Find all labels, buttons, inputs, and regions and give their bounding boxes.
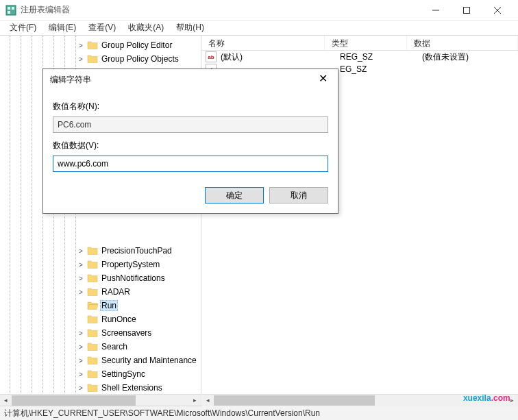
svg-rect-2 [12,7,14,10]
tree-item-label: Run [100,300,118,311]
folder-icon [87,328,98,338]
tree-item[interactable]: >Group Policy Editor [0,38,201,52]
chevron-icon[interactable]: > [77,288,85,296]
list-row[interactable]: ab(默认)REG_SZ(数值未设置) [201,51,518,63]
chevron-icon[interactable]: > [77,357,85,365]
col-name[interactable]: 名称 [201,36,325,50]
tree-item-label: PushNotifications [100,273,166,284]
menu-file[interactable]: 文件(F) [4,21,42,35]
tree-item-label: PropertySystem [100,259,161,270]
menu-help[interactable]: 帮助(H) [171,21,210,35]
folder-icon [87,53,98,64]
maximize-button[interactable] [451,1,482,20]
value-data-label: 数值数据(V): [53,140,328,151]
tree-item-label: Search [100,341,129,352]
col-data[interactable]: 数据 [407,36,518,50]
string-value-icon: ab [206,51,217,62]
list-hscroll[interactable]: ◂ ▸ [202,394,518,406]
dialog-close-button[interactable]: ✕ [314,71,331,88]
svg-rect-5 [463,7,469,13]
tree-item[interactable]: >Security and Maintenance [0,354,201,367]
col-type[interactable]: 类型 [325,36,407,50]
cancel-button[interactable]: 取消 [269,187,328,203]
folder-icon [87,314,98,325]
folder-icon [87,259,98,270]
chevron-icon[interactable]: > [77,261,85,269]
chevron-icon[interactable]: > [77,247,85,255]
tree-item-label: Screensavers [100,328,153,338]
tree-item[interactable]: >RADAR [0,285,201,299]
value-data-input[interactable] [53,156,328,172]
statusbar: 计算机\HKEY_CURRENT_USER\SOFTWARE\Microsoft… [0,406,518,420]
cell-type: EG_SZ [333,64,415,74]
value-name-label: 数值名称(N): [53,101,328,112]
edit-string-dialog: 编辑字符串 ✕ 数值名称(N): 数值数据(V): 确定 取消 [42,69,338,214]
chevron-icon[interactable]: > [77,55,85,63]
scroll-left-icon[interactable]: ◂ [202,395,214,406]
menu-favorites[interactable]: 收藏夹(A) [123,21,169,35]
folder-icon [87,40,98,51]
scroll-right-icon[interactable]: ▸ [506,395,518,406]
folder-icon [87,273,98,284]
tree-item[interactable]: >Search [0,340,201,354]
menubar: 文件(F) 编辑(E) 查看(V) 收藏夹(A) 帮助(H) [0,21,518,36]
tree-item-label: Security and Maintenance [100,355,198,366]
folder-icon [87,382,98,393]
dialog-title: 编辑字符串 [50,74,314,86]
window-title: 注册表编辑器 [21,4,420,16]
tree-item[interactable]: >SettingSync [0,367,201,381]
titlebar: 注册表编辑器 [0,0,518,21]
tree-item[interactable]: >PrecisionTouchPad [0,244,201,258]
minimize-button[interactable] [420,1,451,20]
chevron-icon[interactable]: > [77,42,85,49]
menu-edit[interactable]: 编辑(E) [43,21,82,35]
svg-rect-3 [8,11,10,14]
cell-name: (默认) [219,51,333,63]
chevron-icon[interactable]: > [77,275,85,282]
tree-item-label: Group Policy Editor [100,40,173,51]
chevron-icon[interactable]: > [77,343,85,351]
folder-icon [87,245,98,256]
scroll-right-icon[interactable]: ▸ [189,395,201,406]
menu-view[interactable]: 查看(V) [83,21,121,35]
tree-item-label: Shell Extensions [100,382,164,393]
chevron-icon[interactable]: > [77,384,85,392]
ok-button[interactable]: 确定 [205,187,264,203]
tree-item[interactable]: >Shell Extensions [0,381,201,395]
tree-item[interactable]: >PushNotifications [0,271,201,285]
tree-item[interactable]: Run [0,299,201,312]
tree-item[interactable]: RunOnce [0,312,201,326]
tree-hscroll[interactable]: ◂ ▸ [0,394,201,406]
cell-type: REG_SZ [333,52,415,62]
cell-data: (数值未设置) [415,51,518,63]
value-name-input[interactable] [53,116,328,133]
folder-icon [87,286,98,297]
tree-item[interactable]: >Group Policy Objects [0,52,201,66]
scroll-left-icon[interactable]: ◂ [0,395,12,406]
folder-icon [87,369,98,380]
tree-item-label: RADAR [100,286,132,297]
folder-icon [87,341,98,352]
tree-item[interactable]: >PropertySystem [0,258,201,271]
tree-item-label: PrecisionTouchPad [100,245,173,256]
close-button[interactable] [482,1,513,20]
chevron-icon[interactable]: > [77,371,85,378]
folder-icon [87,355,98,366]
app-icon [5,5,16,16]
tree-item[interactable]: >Screensavers [0,326,201,340]
list-header: 名称 类型 数据 [201,36,518,51]
folder-open-icon [87,300,98,311]
svg-rect-1 [8,7,10,10]
tree-item-label: RunOnce [100,314,138,325]
tree-item-label: SettingSync [100,369,147,380]
tree-item-label: Group Policy Objects [100,53,180,64]
status-path: 计算机\HKEY_CURRENT_USER\SOFTWARE\Microsoft… [4,408,320,419]
chevron-icon[interactable]: > [77,330,85,337]
